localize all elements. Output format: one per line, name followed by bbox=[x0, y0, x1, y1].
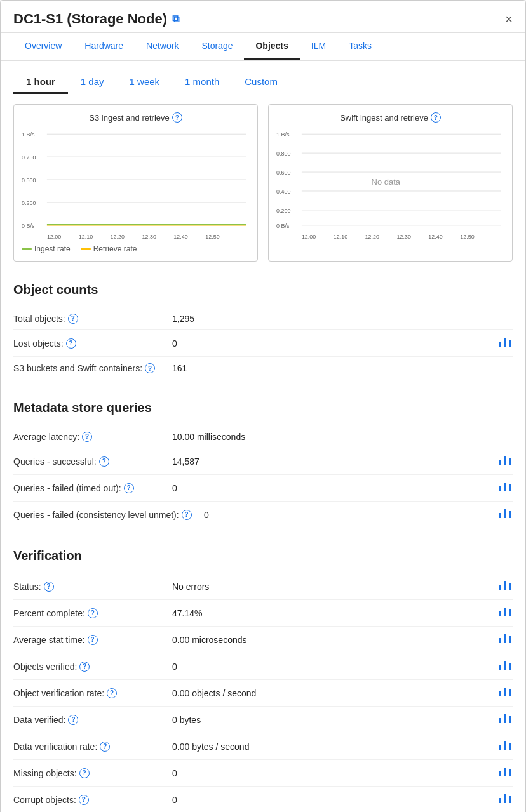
object-counts-title: Object counts bbox=[13, 283, 513, 297]
legend-ingest: Ingest rate bbox=[22, 244, 71, 253]
svg-rect-67 bbox=[509, 743, 511, 750]
time-tab-1month[interactable]: 1 month bbox=[172, 71, 232, 94]
object-verification-rate-value: 0.00 objects / second bbox=[172, 688, 497, 698]
status-help[interactable]: ? bbox=[44, 582, 54, 592]
swift-chart-box: Swift ingest and retrieve ? 1 B/s 0.800 … bbox=[268, 104, 513, 262]
objects-verified-help[interactable]: ? bbox=[79, 662, 90, 672]
queries-failed-timeout-chart-icon[interactable] bbox=[497, 480, 513, 496]
external-link-icon[interactable]: ⧉ bbox=[172, 13, 179, 25]
time-tab-1hour[interactable]: 1 hour bbox=[13, 71, 68, 94]
percent-complete-value: 47.14% bbox=[172, 608, 497, 618]
svg-text:12:30: 12:30 bbox=[142, 234, 156, 240]
status-label: Status: ? bbox=[13, 582, 172, 592]
svg-text:0 B/s: 0 B/s bbox=[276, 223, 290, 229]
queries-failed-timeout-help[interactable]: ? bbox=[124, 483, 134, 493]
svg-rect-36 bbox=[504, 338, 506, 347]
corrupt-objects-chart-icon[interactable] bbox=[497, 792, 513, 808]
svg-rect-70 bbox=[509, 769, 511, 776]
percent-complete-help[interactable]: ? bbox=[88, 608, 98, 618]
queries-failed-consistency-chart-icon[interactable] bbox=[497, 507, 513, 522]
svg-rect-65 bbox=[499, 745, 501, 750]
avg-latency-help[interactable]: ? bbox=[82, 432, 92, 442]
svg-rect-50 bbox=[499, 611, 501, 616]
tab-objects[interactable]: Objects bbox=[244, 33, 299, 60]
queries-failed-consistency-help[interactable]: ? bbox=[182, 510, 192, 520]
tab-overview[interactable]: Overview bbox=[13, 33, 73, 60]
svg-rect-63 bbox=[504, 714, 506, 723]
object-verification-rate-row: Object verification rate: ? 0.00 objects… bbox=[13, 680, 513, 707]
data-verified-chart-icon[interactable] bbox=[497, 712, 513, 728]
svg-rect-45 bbox=[504, 509, 506, 518]
svg-rect-52 bbox=[509, 609, 511, 616]
corrupt-objects-help[interactable]: ? bbox=[79, 795, 89, 805]
tab-ilm[interactable]: ILM bbox=[300, 33, 337, 60]
s3-buckets-row: S3 buckets and Swift containers: ? 161 bbox=[13, 357, 513, 380]
close-button[interactable]: × bbox=[505, 13, 513, 25]
time-tab-1day[interactable]: 1 day bbox=[68, 71, 117, 94]
tab-hardware[interactable]: Hardware bbox=[73, 33, 135, 60]
corrupt-objects-label: Corrupt objects: ? bbox=[13, 795, 172, 805]
tab-network[interactable]: Network bbox=[135, 33, 190, 60]
status-value: No errors bbox=[172, 582, 497, 592]
svg-rect-64 bbox=[509, 716, 511, 723]
queries-successful-row: Queries - successful: ? 14,587 bbox=[13, 448, 513, 475]
svg-rect-44 bbox=[499, 513, 501, 518]
data-verification-rate-chart-icon[interactable] bbox=[497, 738, 513, 754]
svg-text:1 B/s: 1 B/s bbox=[22, 131, 35, 138]
lost-objects-row: Lost objects: ? 0 bbox=[13, 330, 513, 357]
status-row: Status: ? No errors bbox=[13, 573, 513, 600]
tab-storage[interactable]: Storage bbox=[190, 33, 244, 60]
svg-text:12:30: 12:30 bbox=[396, 234, 410, 240]
queries-successful-chart-icon[interactable] bbox=[497, 453, 513, 469]
svg-rect-48 bbox=[504, 581, 506, 590]
lost-objects-help[interactable]: ? bbox=[66, 338, 76, 349]
missing-objects-chart-icon[interactable] bbox=[497, 765, 513, 781]
swift-help-icon[interactable]: ? bbox=[431, 112, 441, 123]
queries-successful-help[interactable]: ? bbox=[99, 456, 109, 467]
percent-complete-chart-icon[interactable] bbox=[497, 605, 513, 621]
avg-stat-time-chart-icon[interactable] bbox=[497, 632, 513, 648]
panel-title: DC1-S1 (Storage Node) ⧉ bbox=[13, 11, 179, 27]
svg-text:0.500: 0.500 bbox=[22, 177, 36, 183]
s3-help-icon[interactable]: ? bbox=[172, 112, 182, 123]
svg-rect-39 bbox=[504, 456, 506, 465]
object-verification-rate-label: Object verification rate: ? bbox=[13, 688, 172, 698]
svg-rect-46 bbox=[509, 511, 511, 518]
s3-buckets-help[interactable]: ? bbox=[145, 363, 155, 373]
svg-text:12:00: 12:00 bbox=[47, 234, 61, 240]
total-objects-help[interactable]: ? bbox=[68, 314, 78, 324]
svg-rect-53 bbox=[499, 638, 501, 643]
queries-failed-consistency-label: Queries - failed (consistency level unme… bbox=[13, 510, 204, 520]
data-verified-help[interactable]: ? bbox=[68, 715, 78, 725]
svg-text:12:10: 12:10 bbox=[334, 234, 347, 240]
data-verification-rate-help[interactable]: ? bbox=[100, 742, 110, 752]
verification-title: Verification bbox=[13, 549, 513, 563]
data-verification-rate-row: Data verification rate: ? 0.00 bytes / s… bbox=[13, 733, 513, 760]
svg-rect-41 bbox=[499, 486, 501, 491]
svg-rect-58 bbox=[509, 663, 511, 670]
lost-objects-label: Lost objects: ? bbox=[13, 338, 172, 349]
status-chart-icon[interactable] bbox=[497, 578, 513, 594]
s3-chart-legend: Ingest rate Retrieve rate bbox=[22, 244, 250, 253]
s3-chart-area: 1 B/s 0.750 0.500 0.250 0 B/s 12:00 12:1… bbox=[22, 128, 250, 242]
time-tab-custom[interactable]: Custom bbox=[232, 71, 290, 94]
main-panel: DC1-S1 (Storage Node) ⧉ × Overview Hardw… bbox=[0, 0, 526, 812]
objects-verified-chart-icon[interactable] bbox=[497, 658, 513, 674]
avg-stat-time-help[interactable]: ? bbox=[88, 635, 98, 645]
svg-rect-54 bbox=[504, 634, 506, 643]
svg-text:0 B/s: 0 B/s bbox=[22, 223, 35, 229]
svg-rect-60 bbox=[504, 688, 506, 696]
svg-text:0.400: 0.400 bbox=[276, 189, 290, 195]
objects-verified-value: 0 bbox=[172, 662, 497, 672]
tab-tasks[interactable]: Tasks bbox=[337, 33, 383, 60]
object-verification-rate-chart-icon[interactable] bbox=[497, 685, 513, 701]
missing-objects-help[interactable]: ? bbox=[79, 768, 90, 778]
objects-verified-row: Objects verified: ? 0 bbox=[13, 653, 513, 680]
lost-objects-value: 0 bbox=[172, 338, 497, 349]
lost-objects-chart-icon[interactable] bbox=[497, 335, 513, 351]
queries-failed-consistency-value: 0 bbox=[204, 510, 497, 520]
total-objects-row: Total objects: ? 1,295 bbox=[13, 307, 513, 330]
object-verification-rate-help[interactable]: ? bbox=[107, 688, 117, 698]
time-tab-1week[interactable]: 1 week bbox=[117, 71, 173, 94]
total-objects-label: Total objects: ? bbox=[13, 314, 172, 324]
